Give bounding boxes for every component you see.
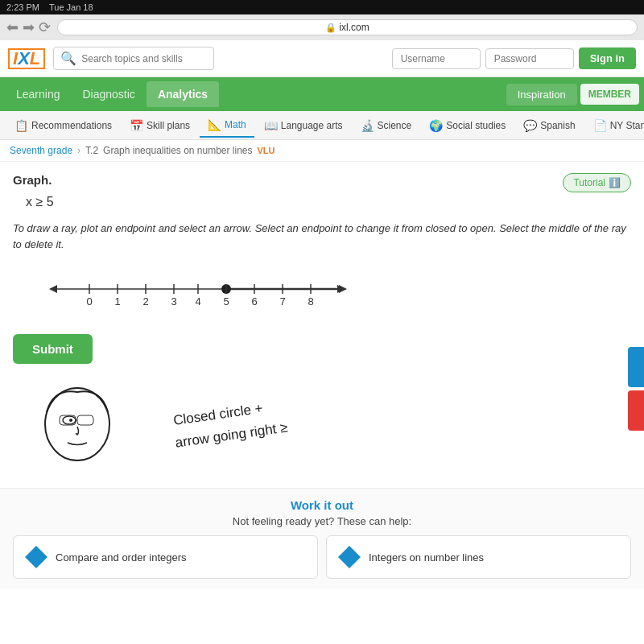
svg-rect-28 [77,415,93,425]
tutorial-button[interactable]: Tutorial ℹ️ [563,173,631,192]
work-it-out-subtitle: Not feeling ready yet? These can help: [13,515,631,527]
lock-icon: 🔒 [325,23,339,32]
socialstudies-icon: 🌍 [429,119,443,132]
main-nav: Learning Diagnostic Analytics Inspiratio… [0,77,644,111]
breadcrumb-badge: VLU [258,146,275,155]
svg-point-24 [45,388,109,460]
help-card-0[interactable]: Compare and order integers [13,535,318,579]
recommendations-icon: 📋 [14,119,28,132]
tab-skill-plans[interactable]: 📅 Skill plans [122,114,198,137]
annotation-text: Closed circle + arrow going right ≥ [172,398,289,451]
work-it-out-section: Work it out Not feeling ready yet? These… [0,488,644,588]
help-card-label-1: Integers on number lines [369,551,484,564]
svg-text:0: 0 [86,295,92,308]
nav-diagnostic[interactable]: Diagnostic [72,81,147,107]
help-card-label-0: Compare and order integers [56,551,187,564]
top-nav: IXL 🔍 Sign in [0,40,644,77]
username-input[interactable] [392,48,481,69]
side-button-blue[interactable] [628,347,644,387]
submit-button[interactable]: Submit [13,334,93,364]
nav-analytics[interactable]: Analytics [147,81,219,107]
tab-math[interactable]: 📐 Math [200,114,254,138]
breadcrumb-skill-name: Graph inequalities on number lines [103,145,252,156]
graph-label: Graph. [13,173,631,187]
svg-text:6: 6 [251,295,257,308]
browser-chrome: ⬅ ➡ ⟳ 🔒 ixl.com [0,14,644,40]
search-input[interactable] [81,53,202,64]
search-icon: 🔍 [60,51,76,66]
nav-member[interactable]: MEMBER [580,84,639,105]
nav-learning[interactable]: Learning [5,81,72,107]
tab-social-studies[interactable]: 🌍 Social studies [421,114,514,137]
side-button-red[interactable] [628,390,644,431]
diamond-icon-1 [338,546,361,568]
content-area: Tutorial ℹ️ Graph. x ≥ 5 To draw a ray, … [0,162,644,488]
face-sketch [29,380,126,469]
svg-text:5: 5 [223,295,229,308]
password-input[interactable] [485,48,574,69]
breadcrumb-sep: › [77,145,80,156]
math-icon: 📐 [208,118,221,131]
side-panel [628,347,644,431]
work-it-out-title: Work it out [13,498,631,512]
status-date: Tue Jan 18 [49,2,93,12]
breadcrumb-grade[interactable]: Seventh grade [10,145,72,156]
breadcrumb: Seventh grade › T.2 Graph inequalities o… [0,140,644,162]
tab-science[interactable]: 🔬 Science [353,114,420,137]
svg-text:1: 1 [114,295,120,308]
svg-text:3: 3 [171,295,176,308]
instruction-text: To draw a ray, plot an endpoint and sele… [13,221,631,252]
diamond-icon-0 [25,546,47,568]
spanish-icon: 💬 [523,119,537,132]
tab-spanish[interactable]: 💬 Spanish [515,114,583,137]
help-card-1[interactable]: Integers on number lines [326,535,631,579]
app-container: IXL 🔍 Sign in Learning Diagnostic Analyt… [0,40,644,644]
svg-text:2: 2 [142,295,148,308]
subject-tabs: 📋 Recommendations 📅 Skill plans 📐 Math 📖… [0,111,644,140]
svg-text:7: 7 [279,295,285,308]
auth-section: Sign in [392,47,636,69]
status-bar: 2:23 PM Tue Jan 18 [0,0,644,14]
languagearts-icon: 📖 [264,119,278,132]
address-bar: 🔒 ixl.com [57,19,638,35]
tab-ny-standards[interactable]: 📄 NY Standards [585,114,644,137]
browser-controls: ⬅ ➡ ⟳ [6,19,51,36]
tab-language-arts[interactable]: 📖 Language arts [256,114,351,137]
science-icon: 🔬 [361,119,374,132]
tab-recommendations[interactable]: 📋 Recommendations [6,114,120,137]
status-time: 2:23 PM [6,2,39,12]
skillplans-icon: 📅 [130,119,143,132]
svg-point-26 [69,419,72,422]
ixl-logo: IXL [8,48,45,69]
svg-text:4: 4 [195,295,200,308]
search-box[interactable]: 🔍 [53,47,214,70]
drawing-area: Closed circle + arrow going right ≥ [13,372,631,477]
help-cards: Compare and order integers Integers on n… [13,535,631,579]
svg-text:8: 8 [308,295,313,308]
sign-in-button[interactable]: Sign in [579,47,636,69]
number-line-svg[interactable]: 0 1 2 3 4 5 6 7 [29,265,367,313]
svg-marker-1 [49,285,57,293]
number-line-container[interactable]: 0 1 2 3 4 5 6 7 [29,265,367,313]
breadcrumb-skill-code: T.2 [85,145,98,156]
nav-inspiration[interactable]: Inspiration [506,84,577,105]
nystandards-icon: 📄 [593,119,607,132]
tutorial-icon: ℹ️ [609,177,621,188]
inequality-expression: x ≥ 5 [26,195,631,209]
